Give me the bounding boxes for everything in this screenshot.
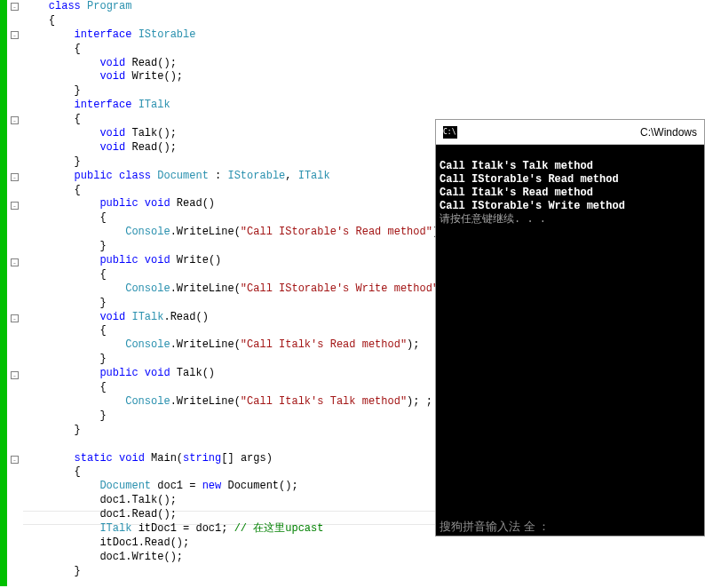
fold-toggle[interactable]: - [11, 202, 19, 210]
console-icon: C:\. [443, 126, 457, 139]
console-output[interactable]: Call Italk's Talk method Call IStorable'… [436, 145, 704, 536]
fold-toggle[interactable]: - [11, 456, 19, 464]
console-prompt: 请按任意键继续. . . [440, 213, 546, 226]
console-line: Call Italk's Talk method [440, 160, 593, 172]
ime-status: 搜狗拼音输入法 全 ： [440, 520, 550, 533]
fold-toggle[interactable]: - [11, 173, 19, 181]
fold-toggle[interactable]: - [11, 314, 19, 322]
fold-toggle[interactable]: - [11, 116, 19, 124]
fold-column: - - - - - - - - - [9, 0, 21, 586]
fold-toggle[interactable]: - [11, 31, 19, 39]
fold-toggle[interactable]: - [11, 371, 19, 379]
console-line: Call IStorable's Read method [440, 173, 619, 186]
console-line: Call Italk's Read method [440, 187, 593, 199]
fold-toggle[interactable]: - [11, 3, 19, 11]
console-line: Call IStorable's Write method [440, 200, 625, 212]
console-titlebar[interactable]: C:\. C:\Windows [436, 120, 704, 145]
console-window[interactable]: C:\. C:\Windows Call Italk's Talk method… [435, 119, 705, 536]
console-title-text: C:\Windows [640, 126, 697, 139]
change-gutter [0, 0, 7, 586]
fold-toggle[interactable]: - [11, 258, 19, 266]
